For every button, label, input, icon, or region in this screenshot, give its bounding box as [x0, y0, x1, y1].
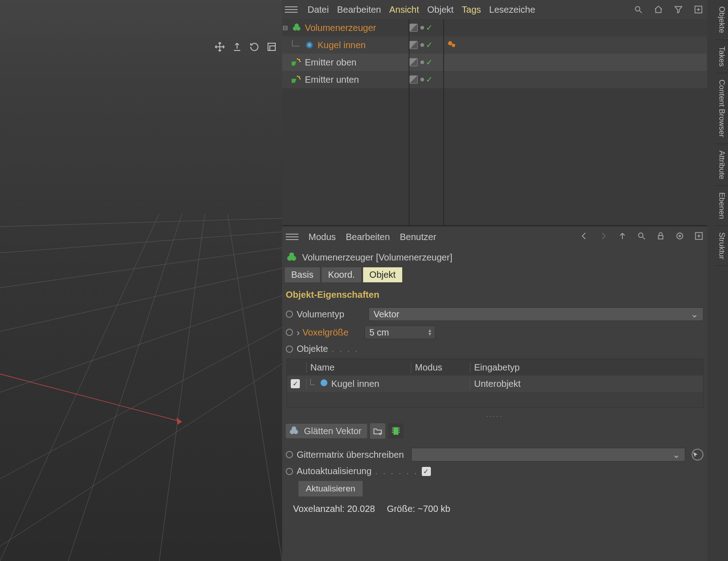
- collapse-icon[interactable]: ⊟: [282, 24, 288, 31]
- add-icon[interactable]: [693, 4, 704, 15]
- sidetab-attribute[interactable]: Attribute: [715, 144, 728, 186]
- menu-bookmarks[interactable]: Lesezeiche: [489, 5, 535, 15]
- up-icon[interactable]: [618, 231, 627, 242]
- anim-dot-icon[interactable]: [286, 451, 293, 458]
- svg-point-31: [299, 78, 301, 80]
- visibility-dot-icon[interactable]: [420, 60, 424, 64]
- forward-icon[interactable]: [599, 231, 608, 242]
- home-icon[interactable]: [652, 4, 664, 15]
- object-tree[interactable]: ⊟ Volumenerzeuger Kugel innen ·: [282, 19, 707, 225]
- tree-item-emitter-unten[interactable]: · Emitter unten: [282, 71, 409, 88]
- sidetab-objekte[interactable]: Objekte: [715, 0, 728, 40]
- voxelgroesse-input[interactable]: 5 cm ▲▼: [364, 326, 435, 339]
- enabled-check-icon[interactable]: ✓: [426, 57, 433, 67]
- menu-user[interactable]: Benutzer: [400, 232, 436, 242]
- tree-extra-tags[interactable]: [444, 71, 707, 88]
- menu-tags[interactable]: Tags: [462, 5, 481, 15]
- add-folder-icon[interactable]: [370, 423, 385, 439]
- layer-tag-icon[interactable]: [410, 58, 418, 66]
- tree-tags-row[interactable]: ✓: [410, 36, 443, 54]
- target-icon[interactable]: [675, 231, 684, 242]
- back-icon[interactable]: [580, 231, 589, 242]
- visibility-dot-icon[interactable]: [420, 26, 424, 30]
- svg-line-11: [0, 373, 182, 422]
- sidetab-ebenen[interactable]: Ebenen: [715, 186, 728, 226]
- svg-rect-57: [399, 432, 399, 433]
- layer-tag-icon[interactable]: [410, 75, 418, 84]
- menu-file[interactable]: Datei: [308, 5, 329, 15]
- col-eingabetyp[interactable]: Eingabetyp: [470, 362, 684, 373]
- attribute-tabs: Basis Koord. Objekt: [282, 267, 707, 282]
- tree-item-label[interactable]: Emitter unten: [305, 75, 359, 85]
- chevron-right-icon[interactable]: ›: [297, 327, 300, 338]
- table-empty-row[interactable]: [287, 392, 703, 407]
- tree-item-label[interactable]: Emitter oben: [305, 57, 356, 68]
- aktualisieren-button[interactable]: Aktualisieren: [298, 481, 363, 496]
- anim-dot-icon[interactable]: [286, 346, 293, 353]
- table-row[interactable]: ✓ Kugel innen Unterobjekt: [287, 376, 703, 392]
- anim-dot-icon[interactable]: [286, 311, 293, 318]
- gittermatrix-dropdown[interactable]: [411, 448, 685, 461]
- move-tool-icon[interactable]: [213, 40, 227, 54]
- visibility-dot-icon[interactable]: [420, 78, 424, 81]
- rotate-tool-icon[interactable]: [248, 40, 261, 54]
- tree-item-kugel-innen[interactable]: Kugel innen: [282, 36, 409, 54]
- menu-edit[interactable]: Bearbeiten: [337, 5, 381, 15]
- picker-icon[interactable]: [692, 449, 703, 461]
- autoaktualisierung-checkbox[interactable]: ✓: [422, 467, 431, 476]
- search-icon[interactable]: [632, 4, 644, 15]
- dynamics-tag-icon[interactable]: [447, 39, 457, 51]
- menu-mode[interactable]: Modus: [308, 232, 336, 242]
- filter-icon[interactable]: [672, 4, 684, 15]
- prop-objekte: Objekte . . . .: [286, 344, 703, 354]
- lift-tool-icon[interactable]: [230, 40, 244, 54]
- col-name[interactable]: Name: [306, 362, 411, 373]
- visibility-dot-icon[interactable]: [420, 43, 424, 47]
- tab-objekt[interactable]: Objekt: [363, 267, 402, 282]
- hamburger-icon[interactable]: [285, 6, 298, 13]
- anim-dot-icon[interactable]: [286, 329, 293, 336]
- tree-extra-tags[interactable]: [444, 19, 707, 36]
- tree-extra-tags[interactable]: [444, 36, 707, 54]
- maximize-tool-icon[interactable]: [265, 40, 278, 54]
- sidetab-takes[interactable]: Takes: [715, 40, 728, 73]
- emitter-icon: [291, 57, 302, 68]
- enabled-check-icon[interactable]: ✓: [426, 23, 433, 33]
- search-icon[interactable]: [637, 231, 646, 242]
- prop-autoaktualisierung: Autoaktualisierung . . . . . . ✓: [286, 466, 703, 476]
- tree-item-label[interactable]: Volumenerzeuger: [305, 23, 376, 33]
- anim-dot-icon[interactable]: [286, 468, 293, 475]
- tree-extra-tags[interactable]: [444, 54, 707, 71]
- tree-item-label[interactable]: Kugel innen: [318, 40, 366, 50]
- hamburger-icon[interactable]: [286, 234, 298, 240]
- spinner-icon[interactable]: ▲▼: [428, 329, 432, 336]
- tab-koord[interactable]: Koord.: [322, 267, 361, 282]
- sidetab-struktur[interactable]: Struktur: [715, 226, 728, 266]
- lock-icon[interactable]: [656, 231, 665, 242]
- enabled-check-icon[interactable]: ✓: [426, 75, 433, 85]
- layer-tag-icon[interactable]: [410, 41, 418, 49]
- svg-point-48: [292, 426, 296, 431]
- enabled-check-icon[interactable]: ✓: [426, 40, 433, 50]
- menu-edit[interactable]: Bearbeiten: [346, 232, 390, 242]
- layer-tag-icon[interactable]: [410, 24, 418, 32]
- col-mode[interactable]: Modus: [411, 362, 470, 373]
- sidetab-content-browser[interactable]: Content Browser: [715, 73, 728, 144]
- sphere-icon: [319, 378, 329, 390]
- drag-handle-icon[interactable]: .....: [286, 411, 703, 419]
- add-icon[interactable]: [694, 231, 703, 242]
- tree-item-emitter-oben[interactable]: · Emitter oben: [282, 54, 409, 71]
- menu-object[interactable]: Objekt: [427, 5, 454, 15]
- tree-branch-icon: [310, 379, 315, 385]
- row-checkbox[interactable]: ✓: [291, 379, 300, 388]
- menu-view[interactable]: Ansicht: [389, 5, 419, 15]
- tree-tags-row[interactable]: ✓: [410, 19, 443, 36]
- viewport-panel[interactable]: [0, 0, 282, 561]
- tree-item-volumenerzeuger[interactable]: ⊟ Volumenerzeuger: [282, 19, 409, 36]
- filmstrip-icon[interactable]: [388, 423, 404, 439]
- tab-basis[interactable]: Basis: [285, 267, 320, 282]
- volumentyp-dropdown[interactable]: Vektor: [369, 307, 703, 321]
- tree-tags-row[interactable]: ✓: [410, 71, 443, 88]
- smooth-vector-pill[interactable]: Glätten Vektor: [286, 424, 367, 438]
- tree-tags-row[interactable]: ✓: [410, 54, 443, 71]
